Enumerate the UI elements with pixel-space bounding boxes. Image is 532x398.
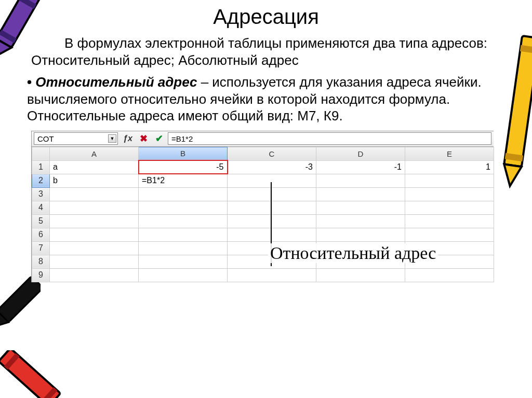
corner-header[interactable] — [32, 147, 50, 160]
row-header-9[interactable]: 9 — [32, 268, 50, 282]
col-header-C[interactable]: C — [228, 147, 316, 160]
definition-paragraph: • Относительный адрес – используется для… — [26, 74, 506, 125]
row-header-5[interactable]: 5 — [32, 214, 50, 228]
cell-E1[interactable]: 1 — [405, 160, 494, 174]
cell-B4[interactable] — [139, 201, 228, 214]
cell-C2[interactable] — [228, 174, 316, 187]
col-header-D[interactable]: D — [316, 147, 405, 160]
cell-D9[interactable] — [316, 268, 405, 282]
cell-C1[interactable]: -3 — [228, 160, 316, 174]
cell-B7[interactable] — [139, 241, 228, 255]
cell-B3[interactable] — [139, 187, 228, 201]
cell-A3[interactable] — [50, 187, 139, 201]
cell-B6[interactable] — [139, 228, 228, 241]
formula-input[interactable]: =B1*2 — [168, 132, 491, 145]
cell-E4[interactable] — [405, 201, 494, 214]
cell-E5[interactable] — [405, 214, 494, 228]
cell-D5[interactable] — [316, 214, 405, 228]
col-header-A[interactable]: A — [50, 147, 139, 160]
cell-A1[interactable]: a — [50, 160, 139, 174]
cell-D2[interactable] — [316, 174, 405, 187]
cell-C5[interactable] — [228, 214, 316, 228]
accept-icon[interactable]: ✔ — [152, 132, 166, 145]
cell-E9[interactable] — [405, 268, 494, 282]
row-header-2[interactable]: 2 — [32, 174, 50, 187]
cell-A2[interactable]: b — [50, 174, 139, 187]
name-box[interactable]: COT ▼ — [34, 132, 118, 145]
cell-B1[interactable]: -5 — [139, 160, 228, 174]
row-header-7[interactable]: 7 — [32, 241, 50, 255]
spreadsheet: COT ▼ ƒx ✖ ✔ =B1*2 A B C D E 1 — [31, 131, 494, 282]
crayon-red-bottom — [0, 350, 78, 398]
cell-C4[interactable] — [228, 201, 316, 214]
intro-paragraph: В формулах электронной таблицы применяют… — [26, 35, 506, 68]
cell-E3[interactable] — [405, 187, 494, 201]
cell-E2[interactable] — [405, 174, 494, 187]
name-box-value: COT — [37, 134, 54, 143]
cell-A6[interactable] — [50, 228, 139, 241]
fx-icon[interactable]: ƒx — [121, 132, 135, 145]
name-box-dropdown-icon[interactable]: ▼ — [108, 134, 116, 143]
row-header-6[interactable]: 6 — [32, 228, 50, 241]
cell-B2[interactable]: =B1*2 — [139, 174, 228, 187]
cell-E6[interactable] — [405, 228, 494, 241]
col-header-B[interactable]: B — [139, 147, 228, 160]
cancel-icon[interactable]: ✖ — [137, 132, 150, 145]
cell-A7[interactable] — [50, 241, 139, 255]
cell-C3[interactable] — [228, 187, 316, 201]
row-header-4[interactable]: 4 — [32, 201, 50, 214]
cell-D6[interactable] — [316, 228, 405, 241]
cell-B5[interactable] — [139, 214, 228, 228]
row-header-3[interactable]: 3 — [32, 187, 50, 201]
cell-C9[interactable] — [228, 268, 316, 282]
formula-bar: COT ▼ ƒx ✖ ✔ =B1*2 — [32, 131, 494, 147]
annotation-label: Относительный адрес — [268, 243, 438, 263]
cell-C6[interactable] — [228, 228, 316, 241]
cell-A4[interactable] — [50, 201, 139, 214]
cell-A9[interactable] — [50, 268, 139, 282]
slide-title: Адресация — [26, 5, 506, 29]
cell-B8[interactable] — [139, 255, 228, 268]
cell-D3[interactable] — [316, 187, 405, 201]
cell-A8[interactable] — [50, 255, 139, 268]
cell-B9[interactable] — [139, 268, 228, 282]
row-header-8[interactable]: 8 — [32, 255, 50, 268]
cell-A5[interactable] — [50, 214, 139, 228]
row-header-1[interactable]: 1 — [32, 160, 50, 174]
cell-D4[interactable] — [316, 201, 405, 214]
cell-D1[interactable]: -1 — [316, 160, 405, 174]
col-header-E[interactable]: E — [405, 147, 494, 160]
